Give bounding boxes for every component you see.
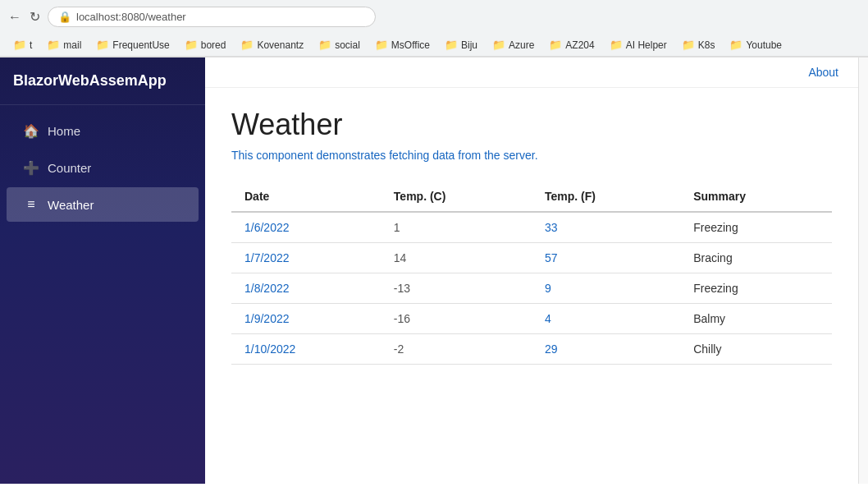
browser-chrome: ← ↻ 🔒 localhost:8080/weather 📁t📁mail📁Fre… [0, 0, 868, 57]
main-content: About Weather This component demonstrate… [205, 57, 858, 484]
bookmark-label: social [335, 39, 360, 51]
cell-summary: Bracing [680, 243, 832, 273]
cell-tempF: 9 [532, 273, 680, 304]
bookmark-label: Biju [461, 39, 477, 51]
bookmark-label: K8s [698, 39, 715, 51]
bookmark-item[interactable]: 📁Biju [440, 37, 482, 53]
folder-icon: 📁 [492, 39, 505, 51]
right-panel [858, 57, 868, 484]
cell-summary: Chilly [680, 334, 832, 365]
cell-tempF: 33 [532, 212, 680, 243]
sidebar-item-weather[interactable]: ≡Weather [7, 187, 199, 222]
table-row: 1/8/2022-139Freezing [231, 273, 832, 304]
cell-summary: Freezing [680, 212, 832, 243]
bookmark-item[interactable]: 📁FrequentUse [91, 37, 174, 53]
folder-icon: 📁 [549, 39, 562, 51]
folder-icon: 📁 [682, 39, 695, 51]
bookmark-item[interactable]: 📁Azure [487, 37, 539, 53]
sidebar: BlazorWebAssemApp 🏠Home➕Counter≡Weather [0, 57, 205, 484]
bookmarks-bar: 📁t📁mail📁FrequentUse📁bored📁Kovenantz📁soci… [0, 34, 868, 57]
address-bar[interactable]: 🔒 localhost:8080/weather [48, 7, 376, 27]
folder-icon: 📁 [185, 39, 198, 51]
nav-label: Counter [48, 161, 91, 175]
reload-button[interactable]: ↻ [28, 11, 41, 24]
cell-date: 1/7/2022 [231, 243, 381, 273]
cell-date: 1/6/2022 [231, 212, 381, 243]
bookmark-item[interactable]: 📁Youtube [724, 37, 787, 53]
content-area: Weather This component demonstrates fetc… [205, 88, 858, 384]
sidebar-nav: 🏠Home➕Counter≡Weather [0, 105, 205, 230]
browser-toolbar: ← ↻ 🔒 localhost:8080/weather [0, 0, 868, 34]
folder-icon: 📁 [96, 39, 109, 51]
table-row: 1/9/2022-164Balmy [231, 304, 832, 334]
folder-icon: 📁 [445, 39, 458, 51]
bookmark-item[interactable]: 📁bored [180, 37, 231, 53]
cell-tempC: -16 [381, 304, 532, 334]
table-column-header: Summary [680, 181, 832, 212]
table-head: DateTemp. (C)Temp. (F)Summary [231, 181, 832, 212]
folder-icon: 📁 [240, 39, 254, 51]
bookmark-item[interactable]: 📁Kovenantz [235, 37, 308, 53]
bookmark-label: AI Helper [626, 39, 667, 51]
back-button[interactable]: ← [8, 11, 21, 24]
folder-icon: 📁 [729, 39, 742, 51]
cell-tempC: -2 [381, 334, 532, 365]
table-column-header: Temp. (F) [532, 181, 680, 212]
bookmark-item[interactable]: 📁MsOffice [370, 37, 435, 53]
table-row: 1/7/20221457Bracing [231, 243, 832, 273]
bookmark-label: bored [201, 39, 226, 51]
page-subtitle: This component demonstrates fetching dat… [231, 149, 832, 162]
cell-tempC: -13 [381, 273, 532, 304]
bookmark-label: FrequentUse [112, 39, 169, 51]
page-title: Weather [231, 108, 832, 142]
bookmark-item[interactable]: 📁social [313, 37, 365, 53]
folder-icon: 📁 [375, 39, 388, 51]
sidebar-item-counter[interactable]: ➕Counter [7, 150, 199, 186]
bookmark-label: mail [63, 39, 81, 51]
nav-label: Home [48, 124, 80, 138]
weather-icon: ≡ [23, 197, 39, 212]
cell-date: 1/8/2022 [231, 273, 381, 304]
nav-label: Weather [48, 198, 94, 212]
bookmark-label: Azure [509, 39, 534, 51]
bookmark-label: MsOffice [391, 39, 430, 51]
cell-tempC: 14 [381, 243, 532, 273]
address-text: localhost:8080/weather [76, 11, 186, 23]
cell-tempC: 1 [381, 212, 532, 243]
table-row: 1/10/2022-229Chilly [231, 334, 832, 365]
about-link[interactable]: About [808, 66, 838, 79]
cell-tempF: 29 [532, 334, 680, 365]
cell-summary: Freezing [680, 273, 832, 304]
lock-icon: 🔒 [58, 11, 71, 23]
table-row: 1/6/2022133Freezing [231, 212, 832, 243]
folder-icon: 📁 [47, 39, 60, 51]
bookmark-label: AZ204 [565, 39, 594, 51]
cell-date: 1/9/2022 [231, 304, 381, 334]
cell-date: 1/10/2022 [231, 334, 381, 365]
table-column-header: Date [231, 181, 381, 212]
bookmark-item[interactable]: 📁K8s [677, 37, 720, 53]
home-icon: 🏠 [23, 123, 39, 139]
folder-icon: 📁 [13, 39, 26, 51]
cell-tempF: 4 [532, 304, 680, 334]
weather-table: DateTemp. (C)Temp. (F)Summary 1/6/202213… [231, 181, 832, 365]
folder-icon: 📁 [610, 39, 623, 51]
folder-icon: 📁 [318, 39, 331, 51]
table-body: 1/6/2022133Freezing1/7/20221457Bracing1/… [231, 212, 832, 365]
cell-tempF: 57 [532, 243, 680, 273]
bookmark-item[interactable]: 📁AZ204 [544, 37, 599, 53]
cell-summary: Balmy [680, 304, 832, 334]
bookmark-label: Youtube [746, 39, 782, 51]
table-header-row: DateTemp. (C)Temp. (F)Summary [231, 181, 832, 212]
app-title: BlazorWebAssemApp [13, 72, 167, 89]
bookmark-item[interactable]: 📁t [8, 37, 37, 53]
table-column-header: Temp. (C) [381, 181, 532, 212]
sidebar-header: BlazorWebAssemApp [0, 57, 205, 105]
bookmark-item[interactable]: 📁mail [42, 37, 86, 53]
bookmark-item[interactable]: 📁AI Helper [605, 37, 672, 53]
bookmark-label: Kovenantz [257, 39, 304, 51]
sidebar-item-home[interactable]: 🏠Home [7, 113, 199, 149]
counter-icon: ➕ [23, 160, 39, 176]
app-container: BlazorWebAssemApp 🏠Home➕Counter≡Weather … [0, 57, 868, 484]
top-bar: About [205, 57, 858, 88]
